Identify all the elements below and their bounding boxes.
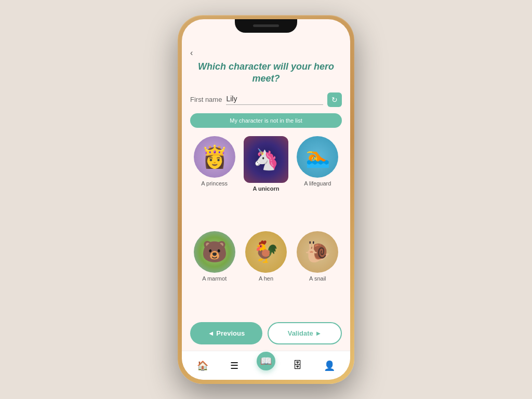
phone-frame: ‹ Which character will your hero meet? F…	[178, 15, 354, 384]
unicorn-label: A unicorn	[253, 185, 280, 192]
validate-button[interactable]: Validate ►	[268, 322, 342, 344]
nav-home[interactable]: 🏠	[193, 356, 212, 375]
marmot-label: A marmot	[202, 275, 227, 282]
database-icon: 🗄	[293, 360, 302, 371]
nav-profile[interactable]: 👤	[320, 356, 339, 375]
snail-image: 🐌	[297, 231, 338, 273]
previous-button[interactable]: ◄ Previous	[190, 322, 262, 344]
character-marmot[interactable]: 🐻 A marmot	[190, 231, 238, 316]
character-lifeguard[interactable]: 🏊 A lifeguard	[294, 136, 342, 226]
hen-image: 🐓	[245, 231, 287, 273]
back-button[interactable]: ‹	[190, 48, 342, 58]
notch	[235, 19, 297, 33]
refresh-button[interactable]: ↻	[327, 92, 342, 107]
princess-label: A princess	[201, 180, 228, 187]
book-icon: 📖	[260, 355, 272, 367]
character-snail[interactable]: 🐌 A snail	[294, 231, 342, 316]
character-hen[interactable]: 🐓 A hen	[242, 231, 290, 316]
speaker	[253, 24, 279, 27]
nav-database[interactable]: 🗄	[288, 356, 307, 375]
princess-image: 👸	[194, 136, 235, 178]
nav-book[interactable]: 📖	[257, 352, 275, 370]
name-input[interactable]	[226, 95, 323, 103]
home-icon: 🏠	[197, 360, 208, 371]
characters-grid: 👸 A princess 🦄 A unicorn 🏊 A lifeguard	[190, 136, 342, 316]
hen-label: A hen	[259, 275, 273, 282]
marmot-image: 🐻	[194, 231, 235, 273]
unicorn-image: 🦄	[244, 136, 288, 183]
phone-screen: ‹ Which character will your hero meet? F…	[182, 19, 350, 380]
bottom-buttons: ◄ Previous Validate ►	[182, 316, 350, 351]
name-label: First name	[190, 96, 222, 103]
lifeguard-image: 🏊	[297, 136, 338, 178]
snail-label: A snail	[309, 275, 326, 282]
character-princess[interactable]: 👸 A princess	[190, 136, 238, 226]
menu-icon: ☰	[230, 360, 238, 371]
not-in-list-button[interactable]: My character is not in the list	[190, 113, 342, 128]
lifeguard-label: A lifeguard	[304, 180, 331, 187]
screen-content: ‹ Which character will your hero meet? F…	[182, 33, 350, 316]
page-title: Which character will your hero meet?	[190, 61, 342, 85]
nav-menu[interactable]: ☰	[225, 356, 244, 375]
bottom-navigation: 🏠 ☰ 📖 🗄 👤	[182, 351, 350, 380]
character-unicorn[interactable]: 🦄 A unicorn	[242, 136, 290, 226]
profile-icon: 👤	[324, 360, 335, 371]
name-input-wrap	[226, 94, 323, 105]
name-row: First name ↻	[190, 92, 342, 107]
